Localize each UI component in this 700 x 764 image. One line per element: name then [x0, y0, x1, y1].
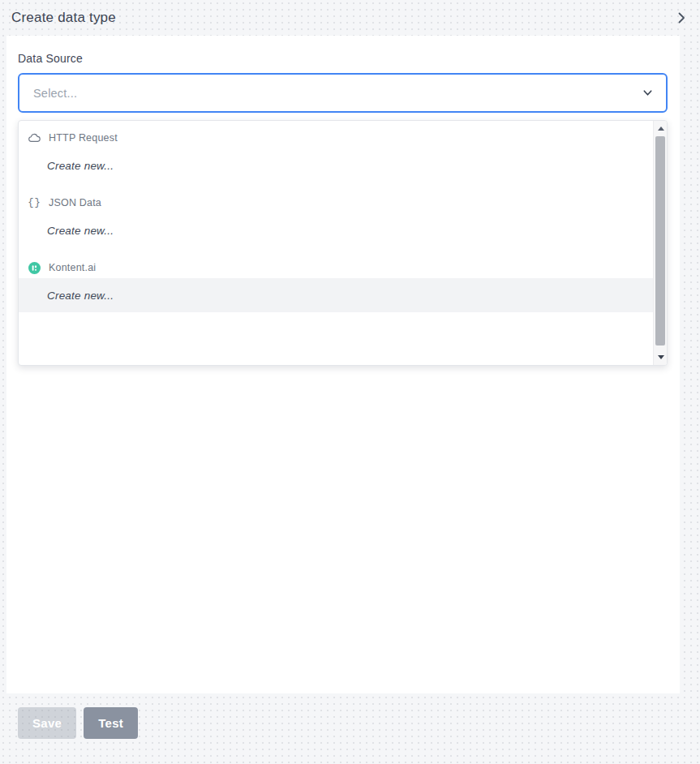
triangle-down-icon	[658, 355, 664, 359]
dropdown-option-create-new-json[interactable]: Create new...	[19, 213, 667, 247]
select-placeholder: Select...	[33, 87, 77, 100]
drawer-header: Create data type	[0, 0, 700, 36]
dropdown-group-http-request: HTTP Request	[19, 127, 653, 148]
kontent-ai-icon	[28, 261, 41, 275]
test-button[interactable]: Test	[84, 707, 138, 739]
dropdown-scrollbar[interactable]	[653, 121, 667, 365]
dropdown-group-json-data: {} JSON Data	[19, 192, 653, 213]
json-icon: {}	[28, 196, 41, 210]
dropdown-group-kontent-ai: Kontent.ai	[19, 257, 653, 278]
dropdown-list: HTTP Request Create new... {} JSON Data …	[19, 121, 653, 365]
dropdown-option-create-new-http[interactable]: Create new...	[19, 148, 667, 182]
data-source-select[interactable]: Select...	[18, 73, 668, 113]
collapse-panel-chevron-right-icon[interactable]	[676, 12, 687, 24]
form-panel: Data Source Select... HTTP Request Creat…	[6, 36, 680, 693]
dropdown-option-create-new-kontent[interactable]: Create new...	[19, 278, 667, 312]
group-label-text: Kontent.ai	[49, 262, 96, 273]
data-source-label: Data Source	[18, 52, 83, 65]
scrollbar-thumb[interactable]	[655, 136, 665, 346]
cloud-icon	[28, 131, 41, 145]
scrollbar-down-arrow[interactable]	[654, 351, 668, 363]
group-label-text: JSON Data	[49, 197, 101, 208]
group-label-text: HTTP Request	[49, 132, 118, 144]
triangle-up-icon	[658, 127, 664, 131]
scrollbar-up-arrow[interactable]	[654, 122, 668, 135]
data-source-dropdown-menu: HTTP Request Create new... {} JSON Data …	[18, 120, 668, 366]
footer-bar: Save Test	[0, 693, 700, 764]
chevron-down-icon	[642, 88, 653, 98]
save-button[interactable]: Save	[18, 707, 76, 739]
page-title: Create data type	[11, 10, 116, 26]
